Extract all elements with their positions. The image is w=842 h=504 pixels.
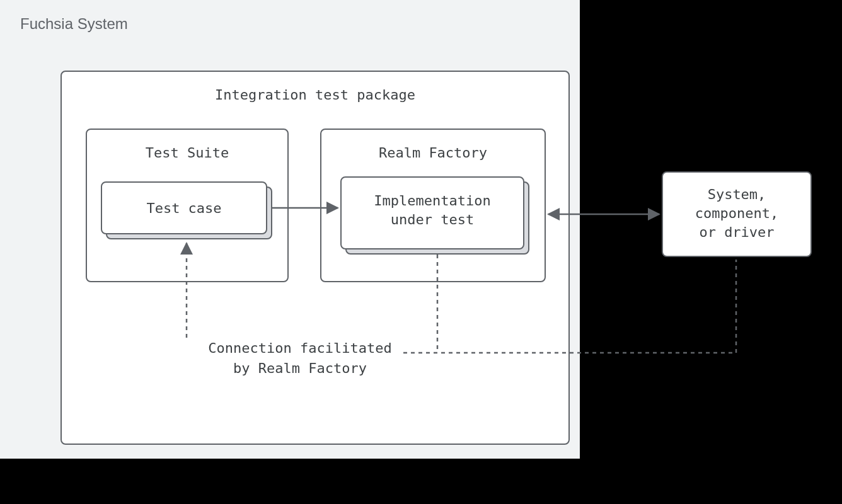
test-case-label: Test case <box>101 200 267 216</box>
connection-label-line2: by Realm Factory <box>199 360 401 376</box>
external-label-line2: component, <box>662 205 812 221</box>
implementation-label-line2: under test <box>340 212 524 227</box>
diagram-stage: { "fuchsia_title": "Fuchsia System", "it… <box>0 0 842 504</box>
integration-test-package-title: Integration test package <box>61 87 570 103</box>
implementation-label-line1: Implementation <box>340 193 524 209</box>
test-suite-title: Test Suite <box>86 145 289 161</box>
realm-factory-title: Realm Factory <box>320 145 546 161</box>
external-label-line3: or driver <box>662 224 812 240</box>
external-label-line1: System, <box>662 186 812 202</box>
fuchsia-system-title: Fuchsia System <box>20 15 128 33</box>
connection-label-line1: Connection facilitated <box>199 340 401 356</box>
